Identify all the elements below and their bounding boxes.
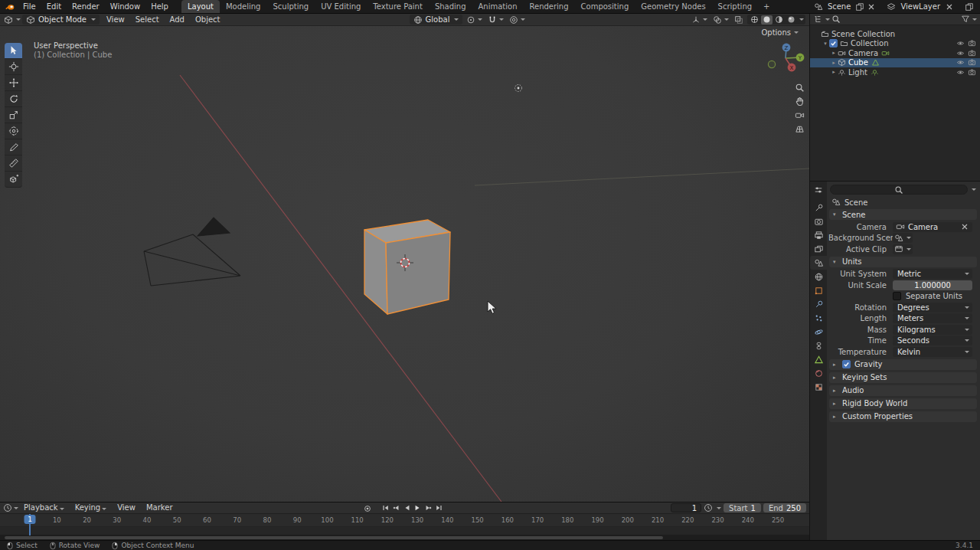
jump-to-end-button[interactable]: [435, 504, 443, 512]
menu-help[interactable]: Help: [145, 0, 174, 14]
properties-tab-scene[interactable]: [810, 256, 827, 270]
checkbox-gravity[interactable]: [842, 360, 851, 368]
tool-move[interactable]: [5, 75, 22, 91]
xray-toggle[interactable]: [733, 15, 745, 25]
number-field-unit-scale[interactable]: 1.000000: [893, 280, 972, 290]
properties-tab-tool[interactable]: [810, 201, 827, 214]
properties-tab-texture[interactable]: [810, 380, 827, 394]
clear-icon[interactable]: [960, 222, 969, 231]
properties-tab-render[interactable]: [810, 214, 827, 228]
add-workspace-button[interactable]: +: [758, 2, 775, 11]
properties-tab-output[interactable]: [810, 228, 827, 242]
light-object[interactable]: [515, 85, 522, 92]
menu-render[interactable]: Render: [67, 0, 105, 14]
object-field-camera[interactable]: Camera: [893, 222, 972, 232]
new-scene-icon[interactable]: [855, 2, 864, 11]
dropdown-time[interactable]: Seconds: [893, 336, 972, 345]
mode-dropdown[interactable]: Object Mode: [22, 15, 100, 25]
screen-layout-icon[interactable]: [965, 2, 974, 11]
outliner-row-collection[interactable]: ▾Collection: [810, 39, 980, 49]
properties-search-input[interactable]: [830, 185, 968, 195]
outliner-row-cube[interactable]: ▸Cube: [810, 58, 980, 68]
editor-type-chevron-icon[interactable]: [16, 18, 21, 21]
panel-audio[interactable]: ▸Audio: [829, 385, 977, 396]
tool-scale[interactable]: [5, 107, 22, 123]
properties-tab-physics[interactable]: [810, 325, 827, 339]
panel-keying-sets[interactable]: ▸Keying Sets: [829, 372, 977, 383]
timeline-menu-playback[interactable]: Playback: [18, 501, 70, 515]
workspace-tab-geometry-nodes[interactable]: Geometry Nodes: [635, 0, 711, 13]
caret-closed-icon[interactable]: ▸: [830, 50, 838, 56]
units-panel-header[interactable]: ▾Units: [829, 257, 977, 267]
snap-magnet-toggle[interactable]: [486, 15, 505, 25]
workspace-tab-sculpting[interactable]: Sculpting: [266, 0, 315, 13]
options-dropdown[interactable]: Options: [761, 28, 799, 37]
dropdown-mass[interactable]: Kilograms: [893, 325, 972, 335]
previous-keyframe-button[interactable]: [392, 504, 400, 512]
render-cam-icon[interactable]: [968, 39, 976, 47]
properties-tab-world[interactable]: [810, 270, 827, 283]
dropdown-temperature[interactable]: Kelvin: [893, 347, 972, 357]
viewport-menu-view[interactable]: View: [101, 13, 130, 27]
timeline-track-area[interactable]: [0, 527, 809, 535]
eye-icon[interactable]: [956, 68, 965, 77]
auto-keying-toggle[interactable]: [363, 504, 372, 513]
outliner-row-camera[interactable]: ▸Camera: [810, 48, 980, 58]
eye-icon[interactable]: [956, 58, 965, 67]
pan-hand-icon[interactable]: [795, 97, 805, 106]
shading-material-button[interactable]: [773, 15, 785, 25]
show-gizmo-dropdown[interactable]: [690, 15, 709, 25]
timeline-menu-marker[interactable]: Marker: [141, 501, 178, 515]
play-reverse-button[interactable]: [403, 504, 411, 512]
caret-closed-icon[interactable]: ▸: [830, 60, 838, 66]
outliner-row-light[interactable]: ▸Light: [810, 67, 980, 77]
dropdown-unit-system[interactable]: Metric: [893, 269, 972, 279]
shading-solid-button[interactable]: [761, 15, 773, 25]
shading-rendered-button[interactable]: [786, 15, 797, 25]
tool-rotate[interactable]: [5, 91, 22, 107]
menu-window[interactable]: Window: [105, 0, 145, 14]
tool-cursor[interactable]: [5, 59, 22, 75]
properties-tab-object[interactable]: [810, 283, 827, 297]
tool-measure[interactable]: [5, 156, 22, 172]
checkbox-separate-units[interactable]: [893, 292, 901, 300]
panel-gravity[interactable]: ▸Gravity: [829, 359, 977, 370]
filter-chevron-icon[interactable]: [972, 18, 977, 21]
view-layer-selector[interactable]: ViewLayer: [898, 2, 942, 11]
eye-icon[interactable]: [956, 39, 965, 47]
workspace-tab-animation[interactable]: Animation: [472, 0, 524, 13]
transform-orientation-dropdown[interactable]: Global: [410, 15, 463, 25]
frame-end-field[interactable]: End250: [763, 503, 806, 512]
browse-active-clip[interactable]: [893, 244, 913, 254]
workspace-tab-texture-paint[interactable]: Texture Paint: [367, 0, 429, 13]
shading-options-chevron-icon[interactable]: [799, 18, 804, 21]
tool-select-box[interactable]: [5, 43, 22, 59]
render-cam-icon[interactable]: [968, 49, 976, 57]
proportional-edit-toggle[interactable]: [508, 15, 527, 25]
shading-wireframe-button[interactable]: [749, 15, 760, 25]
caret-closed-icon[interactable]: ▸: [830, 69, 838, 75]
scene-panel-header[interactable]: ▾Scene: [829, 209, 977, 220]
editor-type-outliner-icon[interactable]: [813, 15, 822, 24]
collection-checkbox[interactable]: [829, 39, 838, 47]
filter-icon[interactable]: [961, 15, 970, 24]
dropdown-rotation[interactable]: Degrees: [893, 303, 972, 313]
timeline-ruler[interactable]: 1 10203040506070809010011012013014015016…: [0, 514, 809, 527]
tool-transform[interactable]: [5, 123, 22, 139]
properties-tab-object-data[interactable]: [810, 352, 827, 366]
workspace-tab-scripting[interactable]: Scripting: [712, 0, 758, 13]
editor-type-timeline-icon[interactable]: [3, 503, 12, 512]
tool-annotate[interactable]: [5, 139, 22, 156]
timeline-scrollbar[interactable]: [0, 535, 809, 540]
properties-tab-view-layer[interactable]: [810, 242, 827, 256]
workspace-tab-compositing[interactable]: Compositing: [575, 0, 635, 13]
3d-viewport[interactable]: User Perspective (1) Collection | Cube O…: [0, 26, 809, 502]
workspace-tab-uv-editing[interactable]: UV Editing: [315, 0, 367, 13]
timeline-menu-view[interactable]: View: [112, 501, 141, 515]
frame-start-field[interactable]: Start1: [724, 503, 761, 512]
toggle-perspective-icon[interactable]: [795, 124, 805, 134]
outliner-editor-chevron-icon[interactable]: [825, 18, 830, 21]
panel-custom-properties[interactable]: ▸Custom Properties: [829, 411, 977, 422]
remove-view-layer-icon[interactable]: [945, 2, 954, 11]
properties-tab-modifiers[interactable]: [810, 297, 827, 311]
